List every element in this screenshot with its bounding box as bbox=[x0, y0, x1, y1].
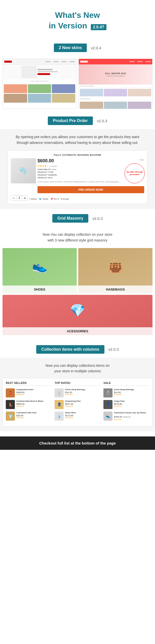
text-line bbox=[37, 71, 58, 72]
product-item-info: Circle Hoop Earrings $14.00 ★★★★★ bbox=[65, 388, 100, 396]
item-price: $278.60 bbox=[114, 403, 149, 405]
pin-button[interactable]: 📌 Pin It bbox=[50, 198, 59, 200]
product-item-info: Colorblock Silk Crew $28.00 ★★★★★ bbox=[16, 412, 52, 419]
review-count: 1 review bbox=[50, 165, 57, 167]
email-button[interactable]: ✉ Email bbox=[61, 198, 69, 200]
skin1-hero bbox=[3, 64, 76, 79]
product-thumb-david: 👔 bbox=[55, 412, 64, 421]
hot-collections-label: HOT COLLECTIONS bbox=[79, 85, 152, 88]
product-thumb-hoop: 💍 bbox=[55, 388, 64, 397]
arrival-mini bbox=[80, 102, 103, 109]
list-item: 💍 Circle Hoop Earrings $14.00 ★★★★★ bbox=[103, 388, 149, 397]
qty-social-row: − 1 + f Share 🐦 Tweet 📌 Pin It ✉ bbox=[11, 195, 144, 201]
accessories-icon: 💎 bbox=[70, 303, 85, 318]
masonry-item-handbags[interactable]: 👜 HANDBAGS bbox=[78, 248, 152, 293]
collection-description: Now you can display collections items on… bbox=[3, 363, 152, 374]
qty-increment[interactable]: + bbox=[22, 195, 27, 200]
item-stars: ★★★★★ bbox=[114, 394, 149, 396]
preorder-button[interactable]: PRE-ORDER NOW! bbox=[37, 186, 144, 193]
collection-version: v2.0.3 bbox=[108, 347, 119, 351]
skin1-header-bar bbox=[3, 59, 76, 64]
handbags-label: HANDBAGS bbox=[78, 286, 152, 293]
our-latest-label: OUR LATEST PRODUCTS bbox=[3, 79, 76, 83]
list-item: 👕 Colorblock Silk Crew $28.00 ★★★★★ bbox=[6, 412, 52, 421]
handbags-image-area: 👜 bbox=[78, 248, 152, 284]
product-nav-arrows[interactable]: ◁ ▷ bbox=[139, 158, 144, 161]
item-price: $958.00 bbox=[16, 403, 52, 405]
skins-label: 2 New skins bbox=[54, 44, 87, 52]
twitter-icon: 🐦 bbox=[39, 198, 42, 200]
masonry-item-accessories[interactable]: 💎 ACESSORIES bbox=[3, 295, 152, 335]
masonry-version: v2.0.3 bbox=[92, 216, 103, 221]
nav-dot bbox=[70, 61, 75, 62]
pinterest-icon: 📌 bbox=[50, 198, 53, 200]
item-name: Cammacia Casual Lace up Shoes bbox=[114, 412, 149, 414]
share-button[interactable]: f Share bbox=[30, 198, 37, 200]
arrival-mini bbox=[104, 102, 127, 109]
product-mini bbox=[28, 84, 51, 93]
skin-preview-2: FALL WINTER 2018 Discover the new collec… bbox=[79, 59, 152, 109]
nav-dot bbox=[138, 61, 143, 62]
product-preview-title: FULLY AUTOMATIC WASHING MACHINE bbox=[11, 154, 144, 156]
sale-column: SALE 💍 Circle Hoop Earrings $14.00 ★★★★★… bbox=[103, 381, 149, 423]
best-sellers-header: BEST SELLERS bbox=[6, 381, 52, 386]
product-mini bbox=[28, 94, 51, 103]
list-item: 🧣 Campostela Scarf $398.00 ★★★★★ bbox=[6, 388, 52, 397]
item-name: Circle Hoop Earrings bbox=[65, 388, 100, 391]
product-thumb-hoop2: 💍 bbox=[103, 388, 112, 397]
item-price-sale: $349.00 bbox=[114, 416, 122, 418]
masonry-description: Now You can display collection on your s… bbox=[0, 232, 155, 243]
skins-section-header: 2 New skins v2.0.4 bbox=[0, 44, 155, 52]
skin-preview-1: OUR LATEST PRODUCTS bbox=[3, 59, 76, 109]
product-item-info: Circle Hoop Earrings $14.00 ★★★★★ bbox=[114, 388, 149, 396]
preorder-label: Product Pre Order bbox=[48, 116, 93, 125]
item-name: Combat Ankle Boot in Black bbox=[16, 400, 52, 403]
collection-section: Now you can display collections items on… bbox=[0, 358, 155, 431]
qty-stepper[interactable]: − 1 + bbox=[11, 195, 28, 201]
collection-grid: BEST SELLERS 🧣 Campostela Scarf $398.00 … bbox=[3, 378, 152, 426]
product-thumb-silk: 👕 bbox=[6, 412, 15, 421]
item-name: Campostela Scarf bbox=[16, 388, 52, 391]
item-name: David Shirt bbox=[65, 412, 100, 414]
item-price: $173.60 bbox=[65, 414, 100, 417]
shoes-icon: 👟 bbox=[32, 259, 48, 273]
version-badge: 2.0.4? bbox=[91, 24, 106, 30]
skin1-logo bbox=[4, 61, 12, 63]
accessories-image-area: 💎 bbox=[3, 295, 152, 326]
product-price: $600.00 bbox=[37, 158, 144, 164]
nav-dot bbox=[146, 61, 151, 62]
masonry-section: Now You can display collection on your s… bbox=[0, 227, 155, 340]
list-item: 👔 David Shirt $173.60 ★★★★★ bbox=[55, 412, 100, 421]
accessories-label: ACESSORIES bbox=[3, 327, 152, 335]
product-thumb-scarf: 🧣 bbox=[6, 388, 15, 397]
item-stars: ★★★★★ bbox=[65, 394, 100, 396]
product-thumb-boot: 👢 bbox=[6, 400, 15, 409]
collection-section-header: Collection items with columns v2.0.3 bbox=[0, 345, 155, 354]
handbag-icon: 👜 bbox=[108, 259, 123, 273]
arrival-mini bbox=[128, 102, 151, 109]
item-price: $257.60 bbox=[65, 403, 100, 405]
product-item-info: Cammacia Casual Lace up Shoes $349.00 $5… bbox=[114, 412, 149, 421]
bottom-cta-button[interactable]: Checkout full list at the bottom of the … bbox=[0, 436, 155, 450]
nav-dot bbox=[46, 61, 51, 62]
list-item: 👟 Cammacia Casual Lace up Shoes $349.00 … bbox=[103, 412, 149, 421]
qty-decrement[interactable]: − bbox=[11, 195, 16, 200]
item-price: $14.00 bbox=[114, 391, 149, 394]
preorder-section: By opening pre-orders you allows your cu… bbox=[0, 129, 155, 209]
product-thumb-drawstring: 👖 bbox=[55, 400, 64, 409]
product-preview-card: FULLY AUTOMATIC WASHING MACHINE ◁ ▷ 🫧 $6… bbox=[8, 150, 147, 204]
item-stars: ★★★★★ bbox=[16, 405, 52, 407]
product-mini bbox=[4, 94, 27, 103]
collection-mini bbox=[104, 89, 127, 96]
skin2-collections bbox=[79, 88, 152, 97]
product-item-info: Combat Ankle Boot in Black $958.00 ★★★★★ bbox=[16, 400, 52, 407]
email-icon: ✉ bbox=[61, 198, 63, 200]
tweet-button[interactable]: 🐦 Tweet bbox=[39, 198, 48, 200]
masonry-top-row: 👟 SHOES 👜 HANDBAGS bbox=[3, 248, 152, 293]
skin-previews: OUR LATEST PRODUCTS FALL WINTER 2018 Dis… bbox=[0, 56, 155, 111]
masonry-item-shoes[interactable]: 👟 SHOES bbox=[3, 248, 77, 293]
header-section: What's New in Version 2.0.4? bbox=[0, 0, 155, 38]
item-stars: ★★★★★ bbox=[114, 405, 149, 407]
item-stars: ★★★★★ bbox=[16, 394, 52, 396]
collection-mini bbox=[128, 89, 151, 96]
